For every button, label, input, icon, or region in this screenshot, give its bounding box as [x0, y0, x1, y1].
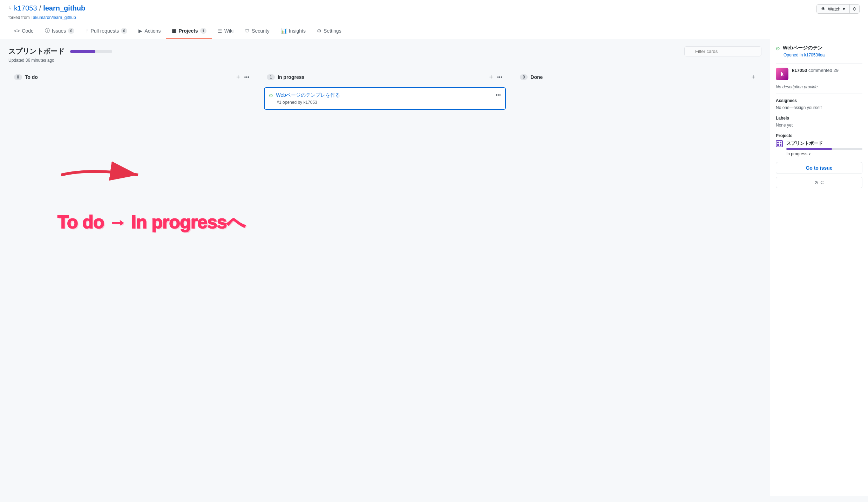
card-1[interactable]: ⊙ Webページのテンプレを作る ••• #1 opened by k17053	[264, 87, 506, 110]
owner-link[interactable]: k17053	[14, 4, 37, 12]
sidebar-issue-icon: ⊙	[776, 46, 780, 51]
comment-user: k17053	[792, 68, 807, 73]
actions-icon: ▶	[138, 28, 142, 34]
no-description: No description provide	[776, 84, 862, 89]
board-updated: Updated 36 minutes ago	[8, 58, 761, 63]
tab-projects[interactable]: ▦ Projects 1	[166, 23, 212, 39]
in-progress-title: In progress	[278, 74, 486, 80]
todo-count: 0	[14, 74, 22, 80]
right-sidebar: ⊙ Webページのテン Opened in k17053/lea k k1705…	[770, 39, 868, 496]
close-icon: ⊘	[814, 180, 818, 185]
tab-projects-label: Projects	[178, 28, 198, 34]
in-progress-count: 1	[267, 74, 275, 80]
issues-icon: ⓘ	[45, 28, 50, 34]
assignees-value[interactable]: No one—assign yourself	[776, 105, 862, 110]
tab-wiki-label: Wiki	[224, 28, 233, 34]
tab-issues[interactable]: ⓘ Issues 0	[39, 23, 80, 39]
go-to-issue-button[interactable]: Go to issue	[776, 162, 862, 174]
repo-name: learn_github	[43, 4, 85, 12]
project-progress-fill	[786, 148, 832, 150]
settings-icon: ⚙	[317, 28, 321, 34]
project-icon	[776, 140, 783, 147]
insights-icon: 📊	[281, 28, 287, 34]
forked-from: forked from Takumaron/learn_github	[8, 15, 860, 23]
in-progress-body: ⊙ Webページのテンプレを作る ••• #1 opened by k17053	[261, 84, 508, 115]
labels-section: Labels None yet	[776, 116, 862, 128]
watch-count-button[interactable]: 0	[849, 4, 860, 14]
in-progress-add-button[interactable]: +	[488, 74, 494, 80]
projects-section: Projects スプリントボード In pro	[776, 133, 862, 156]
progress-bar-fill	[70, 50, 95, 53]
close-label: C	[820, 180, 823, 185]
sidebar-divider-1	[776, 63, 862, 63]
done-body	[514, 84, 761, 90]
pull-requests-badge: 0	[121, 28, 127, 34]
tab-pull-requests[interactable]: ⑂ Pull requests 0	[80, 23, 133, 39]
issues-badge: 0	[68, 28, 74, 34]
kanban-col-todo: 0 To do + •••	[8, 70, 256, 245]
progress-bar	[70, 50, 112, 53]
dropdown-icon: ▾	[843, 6, 845, 12]
tab-security[interactable]: 🛡 Security	[239, 23, 275, 39]
wiki-icon: ☰	[218, 28, 222, 34]
sidebar-issue-link[interactable]: Opened in k17053/lea	[776, 53, 862, 57]
repo-separator: /	[39, 4, 41, 12]
tab-settings-label: Settings	[324, 28, 341, 34]
filter-input[interactable]	[684, 46, 761, 56]
kanban-col-done: 0 Done +	[514, 70, 761, 245]
kanban-col-in-progress: 1 In progress + ••• ⊙ Webページのテンプレを作る	[261, 70, 508, 245]
assignees-section: Assignees No one—assign yourself	[776, 98, 862, 110]
labels-title: Labels	[776, 116, 862, 121]
todo-add-button[interactable]: +	[236, 74, 241, 80]
nav-tabs: <> Code ⓘ Issues 0 ⑂ Pull requests 0 ▶ A…	[8, 23, 860, 39]
board-title: スプリントボード	[8, 47, 65, 56]
tab-code-label: Code	[22, 28, 33, 34]
tab-security-label: Security	[252, 28, 270, 34]
sidebar-comment: k k17053 commented 29	[776, 68, 862, 80]
tab-insights[interactable]: 📊 Insights	[275, 23, 311, 39]
project-name: スプリントボード	[786, 140, 862, 147]
done-count: 0	[520, 74, 528, 80]
projects-title: Projects	[776, 133, 862, 138]
code-icon: <>	[14, 28, 20, 34]
watch-button[interactable]: 👁 Watch ▾	[816, 4, 849, 14]
tab-settings[interactable]: ⚙ Settings	[311, 23, 347, 39]
tab-actions[interactable]: ▶ Actions	[133, 23, 166, 39]
card-meta: #1 opened by k17053	[269, 100, 501, 105]
done-title: Done	[530, 74, 748, 80]
kanban-board: 0 To do + ••• 1 In progre	[8, 70, 761, 245]
todo-title: To do	[25, 74, 233, 80]
projects-badge: 1	[200, 28, 206, 34]
done-add-button[interactable]: +	[751, 74, 756, 80]
card-issue-icon: ⊙	[269, 93, 273, 98]
forked-from-link[interactable]: Takumaron/learn_github	[31, 15, 76, 20]
chevron-down-icon: ▾	[809, 152, 811, 156]
in-progress-more-button[interactable]: •••	[496, 74, 503, 80]
close-issue-button[interactable]: ⊘ C	[776, 177, 862, 188]
projects-icon: ▦	[172, 28, 176, 34]
pull-requests-icon: ⑂	[86, 28, 88, 34]
tab-actions-label: Actions	[144, 28, 161, 34]
sidebar-divider-2	[776, 94, 862, 94]
project-progress	[786, 148, 862, 150]
assignees-title: Assignees	[776, 98, 862, 103]
card-more-button[interactable]: •••	[496, 92, 501, 98]
tab-insights-label: Insights	[289, 28, 306, 34]
avatar: k	[776, 68, 788, 80]
todo-body	[8, 84, 256, 90]
sidebar-issue-title-text: Webページのテン	[783, 45, 822, 51]
fork-icon: ⑂	[8, 5, 12, 12]
comment-time: commented 29	[808, 68, 839, 73]
card-title[interactable]: Webページのテンプレを作る	[276, 92, 493, 99]
tab-issues-label: Issues	[52, 28, 66, 34]
security-icon: 🛡	[245, 28, 250, 34]
todo-more-button[interactable]: •••	[244, 74, 250, 80]
project-status[interactable]: In progress ▾	[786, 151, 862, 156]
tab-wiki[interactable]: ☰ Wiki	[212, 23, 239, 39]
tab-code[interactable]: <> Code	[8, 23, 39, 39]
eye-icon: 👁	[821, 6, 826, 12]
watch-label: Watch	[828, 6, 840, 12]
tab-pull-requests-label: Pull requests	[90, 28, 119, 34]
labels-value: None yet	[776, 123, 862, 128]
